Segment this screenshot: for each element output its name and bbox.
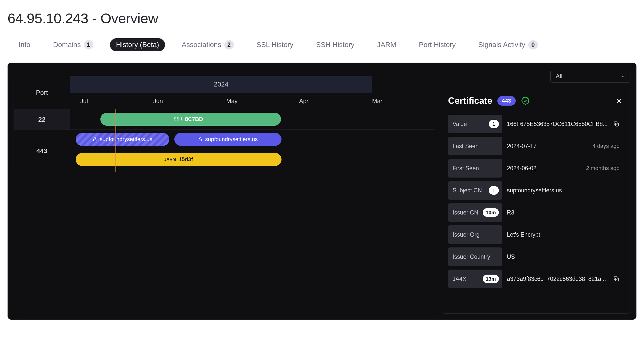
tab-signals-activity[interactable]: Signals Activity0 — [472, 37, 544, 52]
tab-label: Port History — [419, 41, 456, 49]
tab-label: Info — [19, 41, 30, 49]
close-button[interactable] — [614, 96, 624, 106]
pill-prefix: SSH — [174, 117, 182, 121]
pill-notch — [206, 113, 208, 126]
port-badge: 443 — [497, 96, 516, 106]
month-label: Jul — [70, 98, 143, 105]
timeline-row-443: 443 supfoundrysettlers.us supfoundrysett… — [14, 130, 435, 172]
kv-relative: 2 months ago — [586, 165, 620, 172]
timeline-panel: Port 2024 Jul Jun May Apr Mar — [14, 69, 435, 314]
lock-icon — [198, 137, 203, 142]
content-panels: Port 2024 Jul Jun May Apr Mar — [8, 63, 636, 320]
certificate-card: Certificate 443 Value1 166F675E536357DC6… — [442, 89, 630, 314]
tab-badge: 2 — [224, 40, 234, 50]
kv-badge: 1 — [489, 186, 499, 195]
year-label: 2024 — [70, 76, 372, 93]
now-marker — [115, 109, 116, 172]
kv-value-text: 166F675E536357DC611C6550CFB8... — [507, 121, 608, 127]
ssl-pill[interactable]: supfoundrysettlers.us — [174, 133, 281, 146]
tab-label: SSH History — [316, 41, 354, 49]
kv-last-seen: Last Seen 2024-07-174 days ago — [448, 137, 624, 155]
lock-icon — [93, 137, 97, 142]
tab-label: History (Beta) — [116, 41, 159, 49]
tab-label: Associations — [182, 41, 221, 49]
pill-value: supfoundrysettlers.us — [100, 136, 152, 143]
kv-value-text: US — [507, 253, 515, 260]
kv-badge: 13m — [483, 275, 499, 283]
kv-first-seen: First Seen 2024-06-022 months ago — [448, 159, 624, 178]
kv-label: Value — [453, 121, 467, 127]
close-icon — [616, 97, 623, 104]
kv-label: First Seen — [453, 165, 479, 172]
kv-label: Issuer Org — [453, 231, 479, 238]
kv-badge: 10m — [483, 208, 499, 217]
port-label: 22 — [14, 109, 70, 130]
tab-jarm[interactable]: JARM — [371, 38, 402, 51]
kv-subject-cn: Subject CN1 supfoundrysettlers.us — [448, 181, 624, 200]
kv-value: Value1 166F675E536357DC611C6550CFB8... — [448, 115, 624, 133]
tab-history[interactable]: History (Beta) — [110, 38, 165, 51]
kv-label: Subject CN — [453, 187, 482, 194]
pill-value: 8C7BD — [185, 116, 203, 122]
kv-label: Last Seen — [453, 143, 479, 150]
kv-label: Issuer CN — [453, 209, 478, 216]
filter-value: All — [556, 73, 562, 80]
tab-label: Signals Activity — [478, 41, 525, 49]
tab-info[interactable]: Info — [13, 38, 36, 51]
month-label: Jun — [143, 98, 216, 105]
tab-port-history[interactable]: Port History — [413, 38, 462, 51]
kv-value-text: a373a9f83c6b_7022c563de38_821a... — [507, 276, 606, 282]
filter-select[interactable]: All — [550, 70, 630, 83]
svg-rect-1 — [199, 139, 202, 141]
kv-issuer-country: Issuer Country US — [448, 247, 624, 266]
detail-title: Certificate — [448, 96, 492, 106]
svg-rect-0 — [94, 139, 96, 141]
timeline-row-22: 22 SSH 8C7BD — [14, 109, 435, 130]
tab-badge: 1 — [84, 40, 93, 50]
pill-value: supfoundrysettlers.us — [205, 136, 258, 143]
months-row: Jul Jun May Apr Mar — [70, 93, 435, 109]
timeline-body: 22 SSH 8C7BD 443 — [14, 109, 435, 172]
verified-icon — [521, 96, 530, 105]
tab-label: JARM — [377, 41, 396, 49]
copy-icon[interactable] — [613, 121, 620, 127]
jarm-pill[interactable]: JARM 15d3f — [76, 153, 281, 166]
kv-value-text: 2024-06-02 — [507, 165, 537, 172]
kv-ja4x: JA4X13m a373a9f83c6b_7022c563de38_821a..… — [448, 270, 624, 288]
page-title: 64.95.10.243 - Overview — [8, 10, 636, 26]
pill-value: 15d3f — [179, 156, 193, 163]
kv-relative: 4 days ago — [592, 143, 620, 149]
month-label: May — [216, 98, 289, 105]
tabs-bar: Info Domains1 History (Beta) Association… — [8, 37, 636, 52]
port-header: Port — [14, 76, 70, 109]
kv-value-text: 2024-07-17 — [507, 143, 537, 150]
kv-value-text: supfoundrysettlers.us — [507, 187, 562, 194]
kv-value-text: R3 — [507, 209, 514, 216]
kv-label: JA4X — [453, 276, 466, 282]
kv-issuer-org: Issuer Org Let's Encrypt — [448, 225, 624, 244]
month-label: Apr — [289, 98, 362, 105]
chevron-down-icon — [621, 74, 625, 78]
kv-value-text: Let's Encrypt — [507, 231, 540, 238]
ssl-pill[interactable]: supfoundrysettlers.us — [76, 133, 169, 146]
port-label: 443 — [14, 130, 70, 172]
tab-badge: 0 — [528, 40, 538, 50]
kv-label: Issuer Country — [453, 253, 490, 260]
month-label: Mar — [362, 98, 435, 105]
detail-panel: All Certificate 443 Value1 — [442, 69, 630, 314]
tab-label: SSL History — [257, 41, 294, 49]
kv-issuer-cn: Issuer CN10m R3 — [448, 203, 624, 222]
tab-ssh-history[interactable]: SSH History — [310, 38, 360, 51]
tab-associations[interactable]: Associations2 — [176, 37, 240, 52]
tab-ssl-history[interactable]: SSL History — [251, 38, 300, 51]
kv-badge: 1 — [489, 120, 499, 128]
tab-label: Domains — [53, 41, 81, 49]
tab-domains[interactable]: Domains1 — [47, 37, 99, 52]
pill-prefix: JARM — [164, 157, 176, 162]
ssh-pill[interactable]: SSH 8C7BD — [100, 113, 281, 126]
copy-icon[interactable] — [613, 276, 620, 282]
